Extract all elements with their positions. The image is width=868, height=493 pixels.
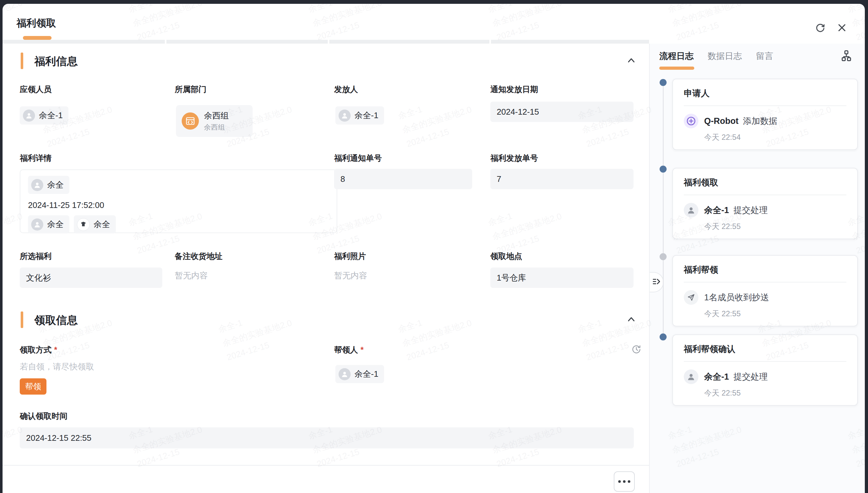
method-hint-text: 若自领，请尽快领取 (20, 361, 94, 372)
band-divider (328, 40, 329, 44)
plus-circle-icon (684, 114, 699, 128)
flowchart-view-button[interactable] (838, 48, 854, 64)
more-icon (618, 480, 630, 483)
member-chip-label: 余全-1 (355, 368, 378, 380)
field-label-method: 领取方式* (20, 345, 57, 355)
avatar-icon (31, 179, 43, 191)
field-label-confirm-time: 确认领取时间 (20, 411, 67, 421)
member-chip-detail-person3[interactable]: 余全 (74, 215, 116, 233)
field-label-photo: 福利照片 (334, 251, 366, 261)
timeline-actor: 余全-1 (704, 372, 729, 382)
expand-right-icon (652, 277, 661, 287)
refresh-button[interactable] (812, 20, 828, 36)
page-title: 福利领取 (17, 17, 56, 30)
tab-data-log[interactable]: 数据日志 (708, 50, 742, 62)
detail-datetime: 2024-11-25 17:52:00 (28, 200, 329, 210)
department-icon (182, 112, 199, 130)
footer-divider (3, 465, 649, 466)
section-title-benefit-info: 福利信息 (35, 54, 78, 69)
tab-comments[interactable]: 留言 (756, 50, 773, 62)
timeline-action: 1名成员收到抄送 (704, 293, 769, 302)
timeline-card-title: 福利领取 (684, 177, 846, 188)
required-asterisk: * (361, 345, 364, 354)
chevron-up-icon (626, 315, 636, 325)
collapse-benefit-section-button[interactable] (624, 53, 639, 68)
field-label-issuer: 发放人 (334, 84, 358, 94)
notice-no-input[interactable]: 8 (334, 169, 472, 189)
member-chip-issuer[interactable]: 余全-1 (335, 106, 384, 125)
timeline-dot (660, 166, 667, 173)
watermark-tile: 余全-1余全的实验基地2.02024-12-15 (306, 4, 388, 45)
timeline-card-title: 福利帮领 (684, 264, 846, 276)
timeline-card-applicant: 申请人 Q-Robot添加数据 今天 22:54 (672, 79, 858, 150)
member-chip-detail-person2[interactable]: 余全 (28, 215, 69, 233)
member-chip-label: 余全-1 (39, 110, 63, 121)
required-asterisk: * (54, 345, 57, 354)
refresh-icon (815, 22, 826, 34)
avatar-icon (23, 110, 35, 122)
shirt-logo-icon (77, 218, 90, 231)
active-tab-indicator (23, 36, 51, 40)
sidebar-divider (649, 44, 650, 493)
member-chip-helper[interactable]: 余全-1 (335, 365, 384, 383)
timeline-action: 添加数据 (743, 116, 777, 126)
location-input[interactable]: 1号仓库 (490, 267, 634, 288)
card-divider (684, 282, 846, 282)
section-accent-bar (21, 312, 23, 328)
field-label-department: 所属部门 (175, 84, 206, 94)
watermark-tile: 余全-1余全的实验基地2.02024-12-15 (486, 4, 568, 45)
department-card[interactable]: 余西组 余西组 (176, 105, 253, 137)
sidebar-tab-indicator (659, 67, 694, 70)
section-title-claim-info: 领取信息 (35, 313, 78, 328)
band-divider (165, 40, 166, 44)
chevron-up-icon (626, 56, 636, 66)
avatar-icon (684, 203, 699, 217)
timeline-actor: Q-Robot (704, 116, 738, 126)
section-accent-bar (21, 52, 23, 69)
selected-benefit-value: 文化衫 (26, 272, 51, 283)
avatar-icon (339, 110, 351, 122)
address-empty-text: 暂无内容 (175, 270, 208, 281)
benefit-detail-card[interactable]: 余全 2024-11-25 17:52:00 余全 余全 (20, 169, 337, 233)
timeline-time: 今天 22:54 (704, 132, 846, 142)
watermark-tile: 余全-1余全的实验基地2.02024-12-15 (486, 195, 568, 258)
timeline-time: 今天 22:55 (704, 308, 846, 319)
timeline-action: 提交处理 (733, 372, 768, 382)
field-label-detail: 福利详情 (20, 153, 51, 164)
collapse-claim-section-button[interactable] (624, 312, 639, 327)
photo-empty-text: 暂无内容 (334, 270, 367, 281)
close-button[interactable] (833, 20, 850, 36)
field-label-issue-no: 福利发放单号 (490, 153, 538, 164)
watermark-tile: 余全-1余全的实验基地2.02024-12-15 (576, 302, 658, 365)
confirm-time-input[interactable]: 2024-12-15 22:55 (20, 427, 634, 448)
notify-date-input[interactable]: 2024-12-15 (490, 102, 634, 122)
timeline-card-helper-confirm: 福利帮领确认 余全-1提交处理 今天 22:55 (672, 335, 858, 406)
selected-benefit-input[interactable]: 文化衫 (20, 267, 162, 288)
watermark-tile: 余全-1余全的实验基地2.02024-12-15 (666, 4, 748, 45)
band-divider (489, 40, 491, 44)
member-chip-label: 余全 (47, 179, 64, 190)
field-history-button[interactable] (629, 342, 644, 357)
watermark-tile: 余全-1余全的实验基地2.02024-12-15 (396, 88, 478, 151)
field-label-notice-no: 福利通知单号 (334, 153, 382, 164)
timeline-dot (660, 253, 667, 260)
notice-no-value: 8 (340, 174, 345, 184)
member-chip-label: 余全-1 (355, 110, 378, 121)
avatar-icon (31, 218, 43, 231)
tab-process-log[interactable]: 流程日志 (659, 50, 694, 62)
timeline-line (663, 83, 664, 338)
benefit-claim-modal: 福利领取 福利信息 (3, 4, 865, 493)
timeline-time: 今天 22:55 (704, 388, 846, 398)
watermark-tile: 余全-1余全的实验基地2.02024-12-15 (37, 302, 118, 365)
issue-no-input[interactable]: 7 (490, 169, 634, 189)
member-chip-detail-person[interactable]: 余全 (28, 176, 69, 194)
field-label-notify-date: 通知发放日期 (490, 84, 538, 94)
horizontal-scroll-band (3, 40, 649, 44)
timeline-time: 今天 22:55 (704, 221, 846, 232)
more-actions-button[interactable] (614, 471, 635, 492)
field-label-location: 领取地点 (490, 251, 522, 261)
card-divider (684, 195, 846, 195)
avatar-icon (684, 369, 699, 384)
field-label-helper: 帮领人* (334, 345, 364, 355)
member-chip-recipient[interactable]: 余全-1 (20, 106, 68, 125)
